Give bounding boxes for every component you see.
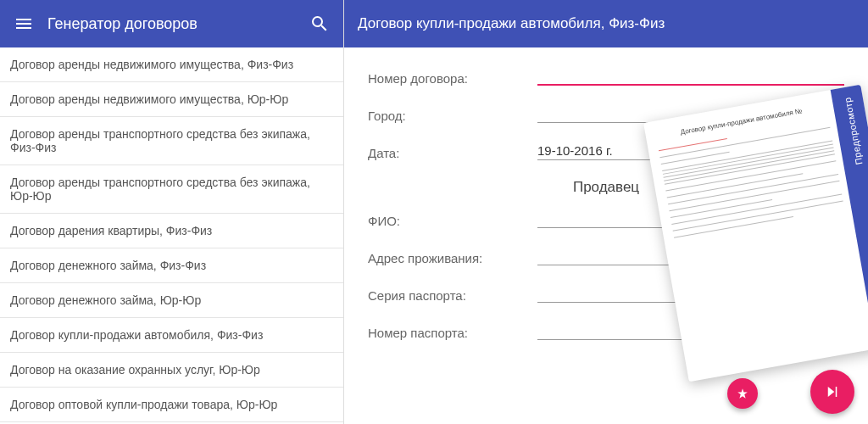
- right-appbar: Договор купли-продажи автомобиля, Физ-Фи…: [344, 0, 868, 47]
- fio-input[interactable]: [537, 209, 844, 228]
- passport-number-label: Номер паспорта:: [368, 326, 537, 340]
- passport-series-input[interactable]: [537, 284, 844, 303]
- list-item[interactable]: Договор аренды транспортного средства бе…: [0, 117, 343, 165]
- contracts-list: Договор аренды недвижимого имущества, Фи…: [0, 47, 343, 424]
- list-item[interactable]: Договор купли-продажи автомобиля, Физ-Фи…: [0, 318, 343, 353]
- menu-icon[interactable]: [14, 14, 34, 34]
- list-item[interactable]: Договор на оказание охранных услуг, Юр-Ю…: [0, 353, 343, 388]
- city-input[interactable]: [537, 104, 844, 123]
- date-input[interactable]: [537, 142, 844, 160]
- city-label: Город:: [368, 109, 537, 123]
- list-item[interactable]: Договор оптовой купли-продажи товара, Юр…: [0, 388, 343, 422]
- passport-number-input[interactable]: [537, 321, 844, 340]
- search-icon[interactable]: [309, 14, 330, 34]
- left-appbar: Генератор договоров: [0, 0, 343, 47]
- fab-secondary[interactable]: [727, 378, 758, 409]
- contract-form: Номер договора: Город: Дата: Продавец ФИ…: [344, 47, 868, 424]
- form-title: Договор купли-продажи автомобиля, Физ-Фи…: [358, 15, 854, 32]
- list-item[interactable]: Договор денежного займа, Юр-Юр: [0, 283, 343, 318]
- seller-section: Продавец: [344, 167, 868, 198]
- contract-form-pane: Договор купли-продажи автомобиля, Физ-Фи…: [344, 0, 868, 424]
- fab-forward[interactable]: [810, 370, 854, 414]
- contract-number-label: Номер договора:: [368, 71, 537, 86]
- address-input[interactable]: [537, 247, 844, 265]
- list-item[interactable]: Договор дарения квартиры, Физ-Физ: [0, 214, 343, 248]
- passport-series-label: Серия паспорта:: [368, 288, 537, 303]
- list-item[interactable]: Договор аренды недвижимого имущества, Юр…: [0, 82, 343, 117]
- contract-number-input[interactable]: [537, 66, 844, 86]
- date-label: Дата:: [368, 146, 537, 160]
- app-title: Генератор договоров: [47, 15, 309, 33]
- list-item[interactable]: Договор аренды недвижимого имущества, Фи…: [0, 47, 343, 82]
- fio-label: ФИО:: [368, 214, 537, 228]
- contracts-list-pane: Генератор договоров Договор аренды недви…: [0, 0, 344, 424]
- list-item[interactable]: Договор денежного займа, Физ-Физ: [0, 248, 343, 283]
- address-label: Адрес проживания:: [368, 251, 537, 265]
- list-item[interactable]: Договор аренды транспортного средства бе…: [0, 165, 343, 214]
